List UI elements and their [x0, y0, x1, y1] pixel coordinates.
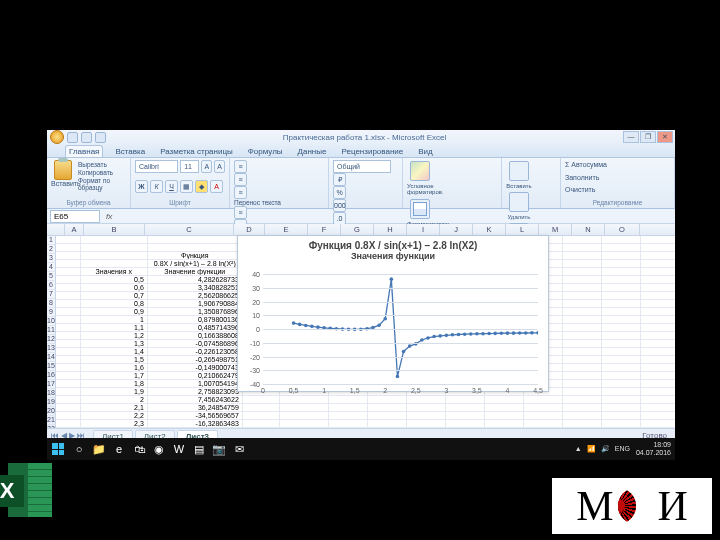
- cell[interactable]: 1,8: [81, 380, 148, 388]
- column-header[interactable]: M: [539, 224, 572, 235]
- cell[interactable]: 2,562086625: [148, 292, 243, 300]
- office-button[interactable]: [50, 130, 64, 144]
- cell[interactable]: 0,879800136: [148, 316, 243, 324]
- cell[interactable]: [485, 420, 524, 428]
- cell[interactable]: [563, 292, 602, 300]
- cell[interactable]: 0,6: [81, 284, 148, 292]
- cell[interactable]: 1,350876896: [148, 308, 243, 316]
- clipboard-item[interactable]: Копировать: [78, 169, 126, 176]
- cell[interactable]: [243, 420, 280, 428]
- cell[interactable]: [56, 388, 81, 396]
- cell[interactable]: [602, 260, 641, 268]
- cell[interactable]: [602, 236, 641, 244]
- cell[interactable]: [602, 332, 641, 340]
- align-top-icon[interactable]: ≡: [234, 160, 247, 173]
- cell[interactable]: [329, 420, 368, 428]
- taskbar-app-mail[interactable]: ✉: [229, 438, 249, 460]
- cell[interactable]: [56, 236, 81, 244]
- cell[interactable]: [407, 404, 446, 412]
- cell[interactable]: [563, 276, 602, 284]
- cell[interactable]: 1,6: [81, 364, 148, 372]
- cell[interactable]: [602, 300, 641, 308]
- cell[interactable]: [368, 396, 407, 404]
- cell[interactable]: 36,24854759: [148, 404, 243, 412]
- cell[interactable]: 1,2: [81, 332, 148, 340]
- cell[interactable]: [446, 396, 485, 404]
- cell[interactable]: [56, 340, 81, 348]
- align-bot-icon[interactable]: ≡: [234, 186, 247, 199]
- row-header[interactable]: 4: [47, 263, 56, 272]
- cell[interactable]: [602, 388, 641, 396]
- cell[interactable]: -0,074586896: [148, 340, 243, 348]
- cell[interactable]: [563, 284, 602, 292]
- minimize-button[interactable]: —: [623, 131, 639, 143]
- cell[interactable]: 7,456243622: [148, 396, 243, 404]
- column-header[interactable]: C: [145, 224, 234, 235]
- row-header[interactable]: 17: [47, 380, 56, 389]
- align-left-icon[interactable]: ≡: [234, 206, 247, 219]
- cell[interactable]: [56, 396, 81, 404]
- cell[interactable]: [563, 404, 602, 412]
- cell[interactable]: [56, 292, 81, 300]
- insert-cells-button[interactable]: Вставить: [506, 161, 532, 189]
- row-header[interactable]: 15: [47, 362, 56, 371]
- cell[interactable]: [56, 284, 81, 292]
- cell[interactable]: [641, 340, 675, 348]
- cell[interactable]: [602, 244, 641, 252]
- cell[interactable]: [446, 412, 485, 420]
- cell[interactable]: 2,2: [81, 412, 148, 420]
- cell[interactable]: [81, 244, 148, 252]
- cell[interactable]: [602, 372, 641, 380]
- cell[interactable]: [56, 348, 81, 356]
- cell[interactable]: [56, 268, 81, 276]
- cell[interactable]: [641, 324, 675, 332]
- cell[interactable]: [280, 420, 329, 428]
- font-color-button[interactable]: A: [210, 180, 223, 193]
- cell[interactable]: [563, 236, 602, 244]
- cell[interactable]: [329, 412, 368, 420]
- clear-button[interactable]: Очистить: [565, 186, 595, 193]
- row-header[interactable]: 19: [47, 398, 56, 407]
- cell[interactable]: [485, 412, 524, 420]
- cell[interactable]: [563, 380, 602, 388]
- cell[interactable]: [446, 420, 485, 428]
- cell[interactable]: [56, 260, 81, 268]
- cell[interactable]: -0,149000743: [148, 364, 243, 372]
- cell[interactable]: [641, 372, 675, 380]
- cell[interactable]: [56, 324, 81, 332]
- ribbon-tab[interactable]: Вид: [415, 146, 435, 157]
- cell[interactable]: [148, 244, 243, 252]
- cell[interactable]: [602, 356, 641, 364]
- cell[interactable]: [563, 412, 602, 420]
- cell[interactable]: [368, 420, 407, 428]
- cell[interactable]: 0,210662479: [148, 372, 243, 380]
- cell[interactable]: [329, 396, 368, 404]
- taskbar-app-word[interactable]: W: [169, 438, 189, 460]
- row-header[interactable]: 14: [47, 353, 56, 362]
- cell[interactable]: 3,340828251: [148, 284, 243, 292]
- cell[interactable]: [602, 380, 641, 388]
- currency-icon[interactable]: ₽: [333, 173, 346, 186]
- cell[interactable]: 4,282628733: [148, 276, 243, 284]
- row-header[interactable]: 1: [47, 236, 56, 245]
- row-header[interactable]: 22: [47, 425, 56, 428]
- cell[interactable]: 2,3: [81, 420, 148, 428]
- cell[interactable]: [641, 332, 675, 340]
- cell[interactable]: [56, 412, 81, 420]
- row-header[interactable]: 2: [47, 245, 56, 254]
- row-header[interactable]: 3: [47, 254, 56, 263]
- cell[interactable]: [563, 372, 602, 380]
- cell[interactable]: [563, 260, 602, 268]
- column-header[interactable]: A: [65, 224, 84, 235]
- cell[interactable]: 2: [81, 396, 148, 404]
- row-header[interactable]: 10: [47, 317, 56, 326]
- cell[interactable]: [641, 244, 675, 252]
- cell[interactable]: 1: [81, 316, 148, 324]
- taskbar-app-chrome[interactable]: ◉: [149, 438, 169, 460]
- fill-color-button[interactable]: ◆: [195, 180, 208, 193]
- font-name-select[interactable]: Calibri: [135, 160, 178, 173]
- column-header[interactable]: E: [265, 224, 308, 235]
- cell[interactable]: 0,485714396: [148, 324, 243, 332]
- cell[interactable]: [563, 340, 602, 348]
- cell[interactable]: [446, 404, 485, 412]
